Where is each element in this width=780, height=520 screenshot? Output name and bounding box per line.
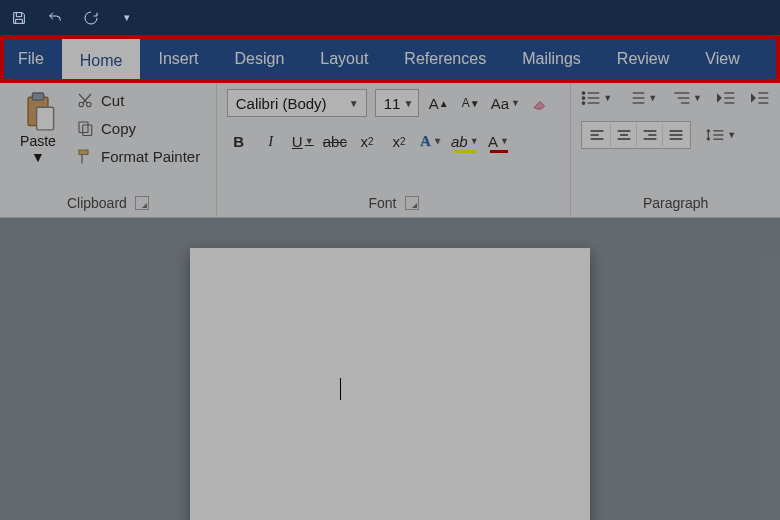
- italic-button[interactable]: I: [259, 129, 283, 153]
- bold-button[interactable]: B: [227, 129, 251, 153]
- svg-rect-5: [79, 122, 88, 133]
- copy-label: Copy: [101, 120, 136, 137]
- shrink-font-button[interactable]: A▼: [459, 91, 483, 115]
- cut-label: Cut: [101, 92, 124, 109]
- redo-icon[interactable]: [82, 9, 100, 27]
- text-cursor: [340, 378, 341, 400]
- undo-icon[interactable]: [46, 9, 64, 27]
- underline-button[interactable]: U▼: [291, 129, 315, 153]
- format-painter-icon: [76, 147, 94, 165]
- chevron-down-icon[interactable]: ▼: [346, 98, 362, 109]
- decrease-indent-button[interactable]: [716, 89, 736, 107]
- chevron-down-icon[interactable]: ▼: [400, 98, 416, 109]
- tab-view[interactable]: View: [687, 35, 757, 83]
- title-bar: ▾: [0, 0, 780, 35]
- svg-point-11: [582, 102, 585, 105]
- paste-button[interactable]: Paste ▼: [10, 89, 66, 193]
- line-spacing-button[interactable]: ▼: [705, 126, 736, 144]
- font-color-button[interactable]: A▼: [487, 129, 511, 153]
- ribbon: Paste ▼ Cut Copy Format Painter Clipbo: [0, 83, 780, 218]
- document-canvas: [0, 218, 780, 520]
- clear-formatting-button[interactable]: [528, 91, 552, 115]
- align-justify-button[interactable]: [662, 124, 688, 146]
- tab-review[interactable]: Review: [599, 35, 687, 83]
- numbering-button[interactable]: ▼: [626, 89, 657, 107]
- change-case-button[interactable]: Aa▼: [491, 91, 520, 115]
- superscript-button[interactable]: x2: [387, 129, 411, 153]
- multilevel-list-button[interactable]: ▼: [671, 89, 702, 107]
- tab-file[interactable]: File: [0, 35, 62, 83]
- save-icon[interactable]: [10, 9, 28, 27]
- text-effects-button[interactable]: A▼: [419, 129, 443, 153]
- copy-icon: [76, 119, 94, 137]
- tab-insert[interactable]: Insert: [140, 35, 216, 83]
- group-paragraph: ▼ ▼ ▼: [571, 83, 780, 217]
- align-center-button[interactable]: [610, 124, 636, 146]
- tab-layout[interactable]: Layout: [302, 35, 386, 83]
- font-name-value: Calibri (Body): [236, 95, 327, 112]
- group-label-paragraph: Paragraph: [643, 195, 708, 211]
- tab-design[interactable]: Design: [216, 35, 302, 83]
- tab-home[interactable]: Home: [62, 39, 141, 83]
- paste-label: Paste: [20, 133, 56, 149]
- tab-references[interactable]: References: [386, 35, 504, 83]
- ribbon-tabs: File Home Insert Design Layout Reference…: [0, 35, 780, 83]
- group-label-font: Font: [368, 195, 396, 211]
- svg-rect-1: [32, 93, 43, 100]
- font-size-combo[interactable]: 11 ▼: [375, 89, 419, 117]
- strikethrough-button[interactable]: abc: [323, 129, 347, 153]
- subscript-button[interactable]: x2: [355, 129, 379, 153]
- clipboard-dialog-launcher-icon[interactable]: [135, 196, 149, 210]
- chevron-down-icon[interactable]: ▼: [31, 149, 45, 165]
- align-right-button[interactable]: [636, 124, 662, 146]
- svg-rect-6: [83, 125, 92, 136]
- font-dialog-launcher-icon[interactable]: [405, 196, 419, 210]
- format-painter-button[interactable]: Format Painter: [76, 147, 200, 165]
- group-font: Calibri (Body) ▼ 11 ▼ A▲ A▼ Aa▼ B I U▼ a…: [217, 83, 571, 217]
- svg-rect-2: [37, 107, 54, 130]
- svg-point-9: [582, 97, 585, 100]
- grow-font-button[interactable]: A▲: [427, 91, 451, 115]
- cut-button[interactable]: Cut: [76, 91, 200, 109]
- svg-point-7: [582, 92, 585, 95]
- font-name-combo[interactable]: Calibri (Body) ▼: [227, 89, 367, 117]
- paste-icon: [21, 89, 55, 131]
- copy-button[interactable]: Copy: [76, 119, 200, 137]
- bullets-button[interactable]: ▼: [581, 89, 612, 107]
- group-clipboard: Paste ▼ Cut Copy Format Painter Clipbo: [0, 83, 217, 217]
- tab-mailings[interactable]: Mailings: [504, 35, 599, 83]
- highlight-button[interactable]: ab▼: [451, 129, 479, 153]
- document-page[interactable]: [190, 248, 590, 520]
- cut-icon: [76, 91, 94, 109]
- alignment-buttons: [581, 121, 691, 149]
- qat-customize-icon[interactable]: ▾: [118, 9, 136, 27]
- align-left-button[interactable]: [584, 124, 610, 146]
- font-size-value: 11: [384, 95, 401, 112]
- group-label-clipboard: Clipboard: [67, 195, 127, 211]
- increase-indent-button[interactable]: [750, 89, 770, 107]
- eraser-icon: [531, 94, 549, 112]
- format-painter-label: Format Painter: [101, 148, 200, 165]
